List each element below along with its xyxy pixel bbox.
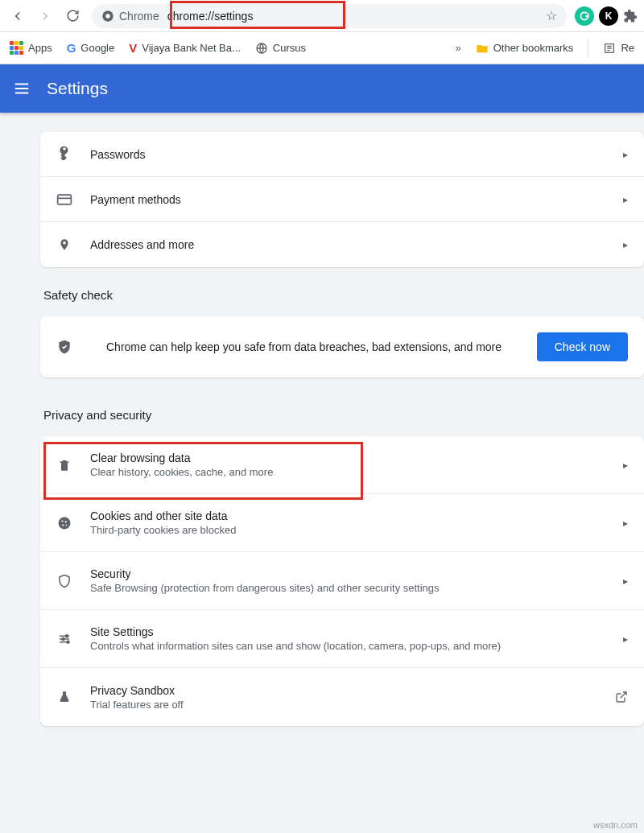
chevron-right-icon: ▸ bbox=[623, 518, 628, 529]
svg-point-5 bbox=[59, 517, 71, 529]
back-button[interactable] bbox=[6, 5, 29, 27]
vijaya-bookmark[interactable]: V Vijaya Bank Net Ba... bbox=[129, 41, 241, 55]
privacy-sandbox-row[interactable]: Privacy Sandbox Trial features are off bbox=[40, 668, 644, 726]
cookies-subtitle: Third-party cookies are blocked bbox=[90, 524, 623, 536]
sandbox-subtitle: Trial features are off bbox=[90, 699, 615, 711]
other-bookmarks-label: Other bookmarks bbox=[493, 42, 574, 54]
chevron-right-icon: ▸ bbox=[623, 633, 628, 645]
chevron-right-icon: ▸ bbox=[623, 149, 628, 160]
flask-icon bbox=[56, 689, 72, 705]
cookies-row[interactable]: Cookies and other site data Third-party … bbox=[40, 494, 644, 552]
key-icon bbox=[56, 146, 72, 163]
svg-point-9 bbox=[66, 524, 68, 526]
page-title: Settings bbox=[47, 79, 108, 98]
check-now-button[interactable]: Check now bbox=[537, 332, 628, 361]
payment-label: Payment methods bbox=[90, 193, 623, 206]
svg-rect-4 bbox=[58, 195, 72, 204]
bookmark-star-icon[interactable]: ☆ bbox=[546, 8, 557, 23]
payment-methods-row[interactable]: Payment methods ▸ bbox=[40, 177, 644, 222]
apps-icon bbox=[10, 41, 23, 55]
watermark: wsxdn.com bbox=[593, 820, 638, 830]
address-bar[interactable]: Chrome chrome://settings ☆ bbox=[92, 4, 567, 28]
site-settings-row[interactable]: Site Settings Controls what information … bbox=[40, 610, 644, 668]
reading-list-icon bbox=[603, 42, 616, 55]
chevron-right-icon: ▸ bbox=[623, 460, 628, 471]
svg-point-7 bbox=[65, 521, 67, 522]
security-row[interactable]: Security Safe Browsing (protection from … bbox=[40, 552, 644, 610]
settings-header: Settings bbox=[0, 64, 644, 113]
payment-icon bbox=[56, 192, 72, 208]
svg-point-1 bbox=[105, 14, 109, 18]
security-title: Security bbox=[90, 567, 623, 580]
location-icon bbox=[56, 237, 72, 253]
reload-button[interactable] bbox=[61, 5, 84, 27]
browser-toolbar: Chrome chrome://settings ☆ K bbox=[0, 0, 644, 32]
cursus-bookmark[interactable]: Cursus bbox=[255, 42, 306, 55]
chevron-right-icon: ▸ bbox=[623, 194, 628, 205]
menu-button[interactable] bbox=[13, 80, 31, 97]
google-label: Google bbox=[80, 42, 114, 54]
addresses-label: Addresses and more bbox=[90, 238, 623, 251]
bookmark-overflow-icon[interactable]: » bbox=[455, 42, 460, 54]
other-bookmarks[interactable]: Other bookmarks bbox=[476, 42, 574, 54]
site-settings-subtitle: Controls what information sites can use … bbox=[90, 640, 623, 652]
clear-browsing-data-row[interactable]: Clear browsing data Clear history, cooki… bbox=[40, 436, 644, 494]
google-bookmark[interactable]: G Google bbox=[67, 41, 115, 55]
privacy-card: Clear browsing data Clear history, cooki… bbox=[40, 436, 644, 726]
google-icon: G bbox=[67, 41, 76, 55]
clear-data-subtitle: Clear history, cookies, cache, and more bbox=[90, 466, 623, 478]
globe-icon bbox=[255, 42, 268, 55]
chrome-icon bbox=[101, 10, 114, 23]
vijaya-icon: V bbox=[129, 41, 137, 55]
addresses-row[interactable]: Addresses and more ▸ bbox=[40, 222, 644, 267]
browser-label: Chrome bbox=[119, 10, 159, 23]
svg-point-11 bbox=[62, 637, 64, 640]
svg-point-12 bbox=[67, 641, 69, 643]
passwords-label: Passwords bbox=[90, 148, 623, 161]
extensions-icon[interactable] bbox=[623, 9, 638, 23]
svg-point-6 bbox=[61, 520, 63, 522]
forward-button[interactable] bbox=[34, 5, 56, 27]
svg-point-10 bbox=[66, 634, 68, 637]
privacy-heading: Privacy and security bbox=[43, 408, 644, 422]
apps-bookmark[interactable]: Apps bbox=[10, 41, 52, 55]
svg-point-8 bbox=[62, 524, 64, 526]
cursus-label: Cursus bbox=[273, 42, 306, 54]
shield-icon bbox=[56, 573, 72, 589]
divider bbox=[588, 39, 588, 57]
shield-check-icon bbox=[56, 339, 72, 355]
autofill-card: Passwords ▸ Payment methods ▸ Addresses … bbox=[40, 132, 644, 267]
reading-list[interactable]: Re bbox=[603, 42, 634, 55]
cookie-icon bbox=[56, 515, 72, 531]
security-subtitle: Safe Browsing (protection from dangerous… bbox=[90, 582, 623, 594]
chevron-right-icon: ▸ bbox=[623, 239, 628, 250]
chevron-right-icon: ▸ bbox=[623, 575, 628, 587]
vijaya-label: Vijaya Bank Net Ba... bbox=[142, 42, 241, 54]
clear-data-title: Clear browsing data bbox=[90, 452, 623, 464]
sandbox-title: Privacy Sandbox bbox=[90, 684, 615, 697]
site-settings-title: Site Settings bbox=[90, 625, 623, 638]
tune-icon bbox=[56, 631, 72, 647]
safety-check-heading: Safety check bbox=[43, 288, 644, 302]
bookmarks-bar: Apps G Google V Vijaya Bank Net Ba... Cu… bbox=[0, 32, 644, 64]
passwords-row[interactable]: Passwords ▸ bbox=[40, 132, 644, 177]
apps-label: Apps bbox=[28, 42, 52, 54]
safety-check-card: Chrome can help keep you safe from data … bbox=[40, 316, 644, 377]
trash-icon bbox=[56, 457, 72, 473]
profile-avatar[interactable]: K bbox=[599, 6, 618, 26]
url-text: chrome://settings bbox=[167, 10, 546, 23]
safety-check-text: Chrome can help keep you safe from data … bbox=[106, 340, 537, 353]
settings-content: Passwords ▸ Payment methods ▸ Addresses … bbox=[0, 113, 644, 726]
external-link-icon bbox=[615, 691, 628, 703]
reading-list-label: Re bbox=[621, 42, 634, 54]
grammarly-extension-icon[interactable] bbox=[575, 6, 594, 26]
folder-icon bbox=[476, 43, 489, 54]
cookies-title: Cookies and other site data bbox=[90, 509, 623, 522]
